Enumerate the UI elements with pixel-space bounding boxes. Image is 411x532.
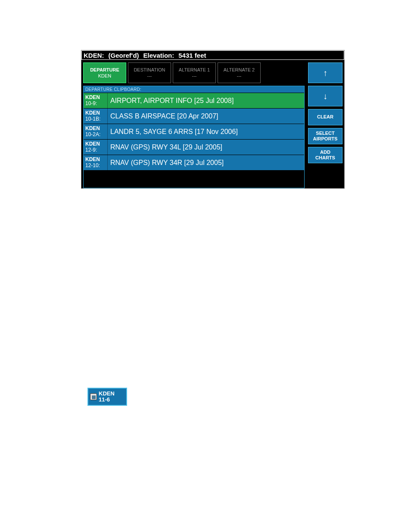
button-label: CLEAR	[317, 114, 333, 120]
chart-label: AIRPORT, AIRPORT INFO [25 Jul 2008]	[108, 93, 304, 108]
chart-index: 10-1B:	[85, 116, 106, 122]
chart-code: KDEN	[85, 141, 106, 147]
chart-label: RNAV (GPS) RWY 34L [29 Jul 2005]	[108, 140, 304, 155]
chip-code: KDEN	[99, 391, 115, 397]
chart-index: 10-2A:	[85, 132, 106, 138]
tab-value: KDEN	[98, 73, 112, 79]
clipboard-header: DEPARTURE CLIPBOARD:	[84, 86, 304, 93]
chart-code: KDEN	[85, 110, 106, 116]
elevation-value: 5431 feet	[178, 52, 206, 59]
chart-row[interactable]: KDEN 10-9: AIRPORT, AIRPORT INFO [25 Jul…	[84, 93, 304, 108]
chart-id: KDEN 10-9:	[84, 93, 108, 108]
chart-code: KDEN	[85, 126, 106, 132]
chart-label: CLASS B AIRSPACE [20 Apr 2007]	[108, 109, 304, 124]
add-charts-button[interactable]: ADD CHARTS	[308, 147, 342, 163]
chart-chip[interactable]: ▤ KDEN 11-6	[87, 388, 127, 406]
chart-id: KDEN 12-9:	[84, 140, 108, 155]
panel-body: DEPARTURE KDEN DESTINATION --- ALTERNATE…	[81, 60, 344, 188]
chart-label: LANDR 5, SAYGE 6 ARRS [17 Nov 2006]	[108, 124, 304, 139]
select-airports-button[interactable]: SELECT AIRPORTS	[308, 128, 342, 144]
arrow-up-icon: ↑	[323, 68, 327, 77]
tab-label: DESTINATION	[134, 67, 165, 73]
tab-alternate-1[interactable]: ALTERNATE 1 ---	[173, 62, 216, 83]
tab-label: ALTERNATE 2	[224, 67, 255, 73]
button-label-line1: ADD	[320, 149, 330, 155]
scroll-down-button[interactable]: ↓	[308, 86, 342, 106]
tab-departure[interactable]: DEPARTURE KDEN	[83, 62, 126, 83]
tab-value: ---	[147, 73, 152, 79]
chart-code: KDEN	[85, 95, 106, 101]
route-tabs: DEPARTURE KDEN DESTINATION --- ALTERNATE…	[83, 62, 305, 83]
button-label-line2: AIRPORTS	[313, 136, 338, 142]
arrow-down-icon: ↓	[323, 92, 327, 100]
chart-label: RNAV (GPS) RWY 34R [29 Jul 2005]	[108, 155, 304, 170]
chart-row[interactable]: KDEN 10-2A: LANDR 5, SAYGE 6 ARRS [17 No…	[84, 124, 304, 139]
side-buttons: ↑ ↓ CLEAR SELECT AIRPORTS ADD CHARTS	[306, 60, 344, 188]
chart-chip-icon: ▤	[90, 393, 97, 400]
chart-index: 12-10:	[85, 163, 106, 169]
clear-button[interactable]: CLEAR	[308, 109, 342, 125]
chart-row[interactable]: KDEN 12-10: RNAV (GPS) RWY 34R [29 Jul 2…	[84, 155, 304, 170]
chart-id: KDEN 10-1B:	[84, 109, 108, 124]
chart-row[interactable]: KDEN 12-9: RNAV (GPS) RWY 34L [29 Jul 20…	[84, 139, 304, 155]
chart-id: KDEN 10-2A:	[84, 124, 108, 139]
tab-alternate-2[interactable]: ALTERNATE 2 ---	[218, 62, 261, 83]
scroll-up-button[interactable]: ↑	[308, 62, 342, 83]
chart-code: KDEN	[85, 157, 106, 163]
tab-value: ---	[237, 73, 242, 79]
chart-row[interactable]: KDEN 10-1B: CLASS B AIRSPACE [20 Apr 200…	[84, 108, 304, 124]
georef-status: (Georef'd)	[109, 52, 139, 59]
chart-id: KDEN 12-10:	[84, 155, 108, 170]
chart-chip-text: KDEN 11-6	[99, 391, 115, 403]
button-label-line2: CHARTS	[315, 155, 335, 161]
chart-clipboard-panel: KDEN: (Georef'd) Elevation: 5431 feet DE…	[81, 50, 345, 189]
airport-ident: KDEN:	[84, 52, 104, 59]
chart-index: 12-9:	[85, 147, 106, 153]
title-bar: KDEN: (Georef'd) Elevation: 5431 feet	[81, 50, 344, 60]
button-label-line1: SELECT	[316, 131, 334, 136]
tab-destination[interactable]: DESTINATION ---	[128, 62, 171, 83]
tab-label: DEPARTURE	[90, 67, 119, 73]
panel-left: DEPARTURE KDEN DESTINATION --- ALTERNATE…	[81, 60, 306, 188]
tab-label: ALTERNATE 1	[179, 67, 210, 73]
elevation-label: Elevation:	[143, 52, 174, 59]
chip-index: 11-6	[99, 397, 115, 403]
departure-clipboard: DEPARTURE CLIPBOARD: KDEN 10-9: AIRPORT,…	[83, 86, 305, 188]
tab-value: ---	[192, 73, 197, 79]
chart-index: 10-9:	[85, 101, 106, 107]
